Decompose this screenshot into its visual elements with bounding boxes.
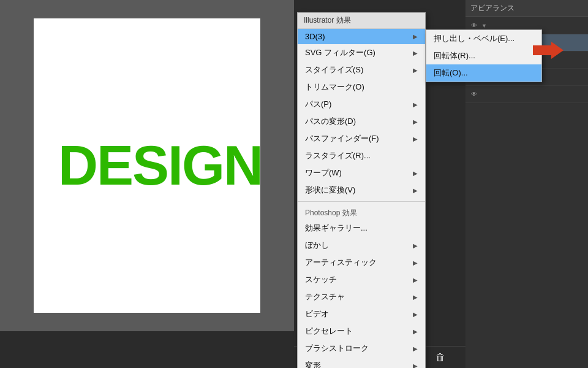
chevron-icon: ▶	[413, 101, 418, 108]
menu-item-svg[interactable]: SVG フィルター(G) ▶	[298, 44, 425, 61]
menu-item-trim[interactable]: トリムマーク(O)	[298, 79, 425, 96]
menu-item-texture[interactable]: テクスチャ ▶	[298, 288, 425, 305]
chevron-icon: ▶	[413, 33, 418, 40]
submenu-item-rotate[interactable]: 回転(O)...	[426, 64, 541, 82]
submenu-item-extrude[interactable]: 押し出し・ベベル(E)...	[426, 30, 541, 47]
submenu-3d: 押し出し・ベベル(E)... 回転体(R)... 回転(O)...	[426, 29, 542, 82]
chevron-icon: ▶	[413, 277, 418, 283]
menu-item-distort[interactable]: 変形 ▶	[298, 357, 425, 368]
menu-item-path-transform[interactable]: パスの変形(D) ▶	[298, 113, 425, 130]
chevron-icon: ▶	[413, 362, 418, 369]
trash-button[interactable]: 🗑	[432, 350, 449, 366]
menu-item-shape[interactable]: 形状に変換(V) ▶	[298, 182, 425, 199]
chevron-icon: ▶	[413, 259, 418, 266]
svg-marker-1	[533, 42, 564, 59]
menu-header-illustrator: Illustrator 効果	[298, 13, 425, 29]
menu-divider	[298, 201, 425, 202]
chevron-icon: ▶	[413, 136, 418, 142]
chevron-icon: ▶	[413, 311, 418, 318]
layer-item[interactable]: 👁	[466, 86, 588, 103]
menu-item-blur[interactable]: ぼかし ▶	[298, 237, 425, 254]
chevron-icon: ▶	[413, 242, 418, 249]
chevron-icon: ▶	[413, 170, 418, 177]
menu-item-video[interactable]: ビデオ ▶	[298, 305, 425, 323]
menu-item-artistic[interactable]: アーティスティック ▶	[298, 254, 425, 271]
panel-title: アピアランス	[470, 3, 514, 13]
submenu-right-arrow	[533, 42, 564, 61]
menu-item-pathfinder[interactable]: パスファインダー(F) ▶	[298, 130, 425, 147]
arrow-down-icon: ▼	[481, 23, 488, 29]
menu-item-effect-gallery[interactable]: 効果ギャラリー...	[298, 220, 425, 237]
design-text: DESIGN	[58, 138, 262, 193]
chevron-icon: ▶	[413, 50, 418, 56]
menu-item-brushstroke[interactable]: ブラシストローク ▶	[298, 340, 425, 357]
menu-item-pixelate[interactable]: ピクセレート ▶	[298, 323, 425, 340]
main-dropdown-menu: Illustrator 効果 3D(3) ▶ SVG フィルター(G) ▶ スタ…	[297, 12, 426, 368]
menu-item-3d[interactable]: 3D(3) ▶	[298, 29, 425, 44]
menu-item-rasterize[interactable]: ラスタライズ(R)...	[298, 147, 425, 164]
canvas-white: DESIGN	[34, 18, 260, 313]
canvas-area: DESIGN	[0, 0, 294, 331]
menu-item-path[interactable]: パス(P) ▶	[298, 96, 425, 113]
chevron-icon: ▶	[413, 294, 418, 301]
chevron-icon: ▶	[413, 187, 418, 194]
chevron-icon: ▶	[413, 118, 418, 125]
chevron-icon: ▶	[413, 67, 418, 74]
menu-item-sketch[interactable]: スケッチ ▶	[298, 271, 425, 288]
eye-icon: 👁	[469, 90, 479, 99]
chevron-icon: ▶	[413, 328, 418, 335]
menu-item-warp[interactable]: ワープ(W) ▶	[298, 164, 425, 182]
photoshop-section-label: Photoshop 効果	[298, 204, 425, 220]
menu-item-stylize[interactable]: スタイライズ(S) ▶	[298, 61, 425, 79]
submenu-item-revolve[interactable]: 回転体(R)...	[426, 47, 541, 64]
panel-header: アピアランス	[466, 0, 588, 17]
chevron-icon: ▶	[413, 345, 418, 352]
